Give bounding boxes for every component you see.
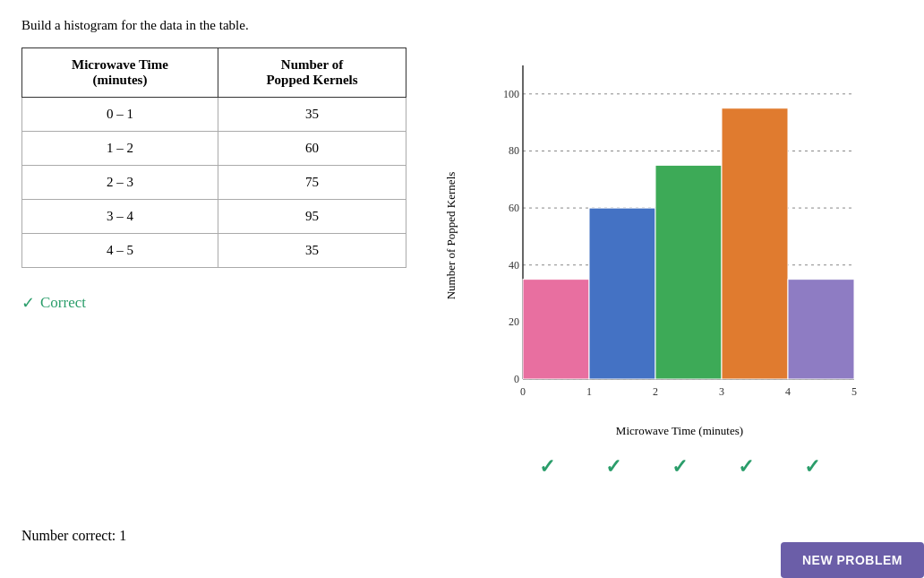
svg-text:1: 1 xyxy=(586,385,592,398)
svg-text:100: 100 xyxy=(503,88,519,100)
svg-rect-16 xyxy=(655,165,722,379)
svg-rect-18 xyxy=(788,280,854,379)
chart-container: Number of Popped Kernels 020406080100012… xyxy=(442,47,881,513)
table-row: 0 – 135 xyxy=(22,98,406,132)
new-problem-button[interactable]: NEW PROBLEM xyxy=(781,542,924,578)
x-axis-label: Microwave Time (minutes) xyxy=(496,424,863,438)
svg-text:0: 0 xyxy=(514,373,519,385)
y-axis-label-container: Number of Popped Kernels xyxy=(442,56,460,415)
col2-header: Number ofPopped Kernels xyxy=(218,48,406,98)
svg-text:3: 3 xyxy=(719,385,724,398)
value-cell: 75 xyxy=(218,166,406,200)
value-cell: 60 xyxy=(218,132,406,166)
range-cell: 1 – 2 xyxy=(22,132,218,166)
svg-text:5: 5 xyxy=(851,385,857,398)
chart-area: 020406080100012345 xyxy=(496,56,863,415)
check-icon-0: ✓ xyxy=(539,455,555,479)
table-row: 4 – 535 xyxy=(22,234,406,268)
table-row: 1 – 260 xyxy=(22,132,406,166)
histogram-svg: 020406080100012345 xyxy=(496,56,863,415)
svg-text:20: 20 xyxy=(509,315,519,328)
svg-text:80: 80 xyxy=(509,144,519,157)
check-icon-1: ✓ xyxy=(605,455,621,479)
main-layout: Microwave Time(minutes) Number ofPopped … xyxy=(21,47,903,513)
table-row: 3 – 495 xyxy=(22,200,406,234)
svg-text:60: 60 xyxy=(509,202,519,214)
bottom-row: Number correct: 1 NEW PROBLEM xyxy=(21,528,903,544)
left-panel: Microwave Time(minutes) Number ofPopped … xyxy=(21,47,406,313)
value-cell: 95 xyxy=(218,200,406,234)
svg-rect-17 xyxy=(722,108,788,379)
range-cell: 0 – 1 xyxy=(22,98,218,132)
correct-label: Correct xyxy=(40,294,86,312)
num-correct-label: Number correct: 1 xyxy=(21,528,126,544)
value-cell: 35 xyxy=(218,98,406,132)
col1-header: Microwave Time(minutes) xyxy=(22,48,218,98)
range-cell: 4 – 5 xyxy=(22,234,218,268)
check-icon-4: ✓ xyxy=(804,455,820,479)
svg-text:2: 2 xyxy=(653,385,658,398)
table-row: 2 – 375 xyxy=(22,166,406,200)
svg-rect-15 xyxy=(589,208,655,379)
y-axis-label: Number of Popped Kernels xyxy=(444,172,458,300)
right-panel: Number of Popped Kernels 020406080100012… xyxy=(442,47,903,513)
value-cell: 35 xyxy=(218,234,406,268)
check-icon-3: ✓ xyxy=(738,455,754,479)
svg-rect-14 xyxy=(523,280,589,379)
svg-text:4: 4 xyxy=(785,385,791,398)
correct-message: ✓ Correct xyxy=(21,293,406,313)
svg-text:40: 40 xyxy=(509,259,519,272)
correct-check-icon: ✓ xyxy=(21,293,35,313)
svg-text:0: 0 xyxy=(520,385,526,398)
instruction-text: Build a histogram for the data in the ta… xyxy=(21,18,903,33)
range-cell: 2 – 3 xyxy=(22,166,218,200)
check-row: ✓✓✓✓✓ xyxy=(496,455,863,479)
data-table: Microwave Time(minutes) Number ofPopped … xyxy=(21,47,406,268)
check-icon-2: ✓ xyxy=(672,455,688,479)
range-cell: 3 – 4 xyxy=(22,200,218,234)
